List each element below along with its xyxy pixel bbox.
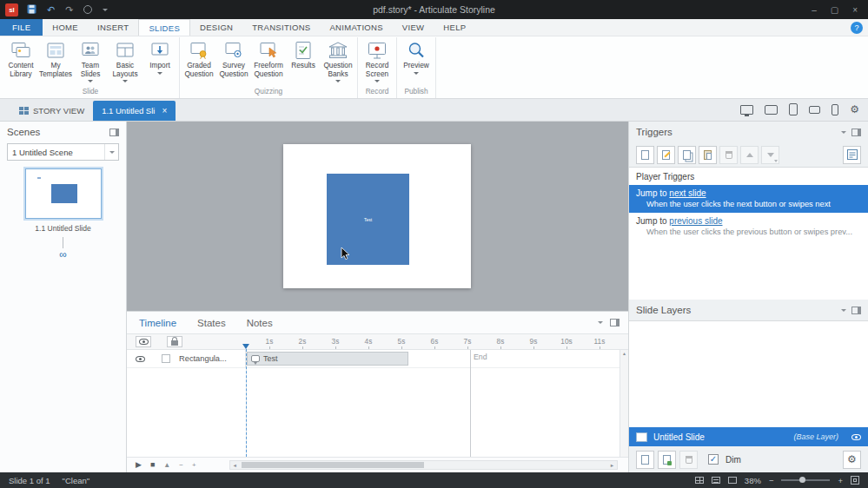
content-library-button[interactable]: Content Library	[3, 37, 38, 86]
import-button[interactable]: Import	[142, 37, 177, 86]
slide-thumbnail[interactable]	[25, 168, 102, 219]
slide-view-toggle-icon[interactable]	[712, 477, 720, 484]
new-layer-button[interactable]	[636, 451, 654, 469]
minimize-button[interactable]: –	[812, 5, 817, 15]
player-settings-gear-icon[interactable]: ⚙	[850, 104, 859, 115]
collapse-panel-icon[interactable]	[109, 129, 119, 136]
trigger-target-link[interactable]: next slide	[669, 188, 706, 198]
my-templates-button[interactable]: My Templates	[38, 37, 73, 86]
copy-trigger-button[interactable]	[678, 146, 696, 164]
scrollbar-thumb[interactable]	[242, 462, 424, 468]
new-trigger-button[interactable]	[636, 146, 654, 164]
collapse-panel-icon[interactable]	[610, 319, 620, 326]
paste-trigger-button[interactable]	[699, 146, 717, 164]
timeline-ruler[interactable]: 1s 2s 3s 4s 5s 6s 7s 8s 9s 10s 11s	[246, 334, 628, 349]
scene-selector-dropdown[interactable]: 1 Untitled Scene	[7, 143, 119, 161]
undo-icon[interactable]: ↶	[47, 5, 55, 15]
tablet-landscape-icon[interactable]	[765, 105, 778, 115]
scroll-left-icon[interactable]: ◄	[230, 463, 240, 468]
layer-visibility-eye-icon[interactable]	[851, 434, 861, 440]
tab-file[interactable]: FILE	[0, 19, 43, 36]
question-banks-button[interactable]: Question Banks	[321, 37, 355, 86]
tablet-portrait-icon[interactable]	[789, 103, 798, 115]
zoom-slider[interactable]	[781, 479, 830, 481]
object-lock-checkbox[interactable]	[162, 354, 170, 363]
dim-checkbox[interactable]: ✓	[708, 454, 719, 465]
tab-insert[interactable]: INSERT	[88, 19, 138, 36]
zoom-in-timeline-icon[interactable]: +	[192, 462, 196, 469]
object-name[interactable]: Rectangula...	[179, 350, 246, 367]
move-trigger-up-button[interactable]	[740, 146, 759, 164]
close-button[interactable]: ×	[852, 5, 858, 15]
results-button[interactable]: Results	[286, 37, 321, 86]
quick-access-caret-icon[interactable]	[103, 9, 108, 11]
story-view-tab[interactable]: STORY VIEW	[10, 101, 93, 121]
story-view-toggle-icon[interactable]	[695, 477, 704, 484]
collapse-rows-icon[interactable]: ▲	[163, 462, 170, 469]
play-button[interactable]: ▶	[136, 461, 142, 469]
stop-button[interactable]: ■	[150, 461, 155, 469]
trigger-item-next-slide[interactable]: Jump to next slide When the user clicks …	[629, 185, 868, 213]
survey-question-button[interactable]: Survey Question	[216, 37, 251, 86]
layer-properties-button[interactable]: ⚙	[843, 451, 861, 469]
desktop-preview-icon[interactable]	[740, 105, 753, 115]
rectangle-shape[interactable]: Test	[327, 174, 409, 265]
object-track[interactable]: Test	[246, 350, 628, 367]
delete-layer-button[interactable]	[679, 451, 698, 469]
team-slides-button[interactable]: Team Slides	[73, 37, 108, 86]
slide-stage[interactable]: Test	[283, 144, 471, 288]
timeline-horizontal-scrollbar[interactable]: ◄ ►	[229, 460, 618, 470]
scroll-up-icon[interactable]: ▲	[622, 351, 626, 356]
redo-icon[interactable]: ↷	[65, 5, 73, 15]
manage-project-variables-button[interactable]	[843, 146, 861, 164]
timeline-vertical-scrollbar[interactable]: ▲	[620, 350, 628, 457]
record-screen-button[interactable]: Record Screen	[360, 37, 394, 86]
tab-animations[interactable]: ANIMATIONS	[320, 19, 392, 36]
preview-button[interactable]: Preview	[399, 37, 434, 86]
maximize-button[interactable]: ▢	[831, 5, 838, 15]
tab-slides[interactable]: SLIDES	[138, 19, 190, 36]
scroll-right-icon[interactable]: ►	[607, 463, 617, 468]
help-icon[interactable]: ?	[851, 22, 863, 34]
collapse-panel-icon[interactable]	[851, 307, 861, 314]
show-hide-all-button[interactable]	[136, 336, 151, 347]
object-visibility-eye-icon[interactable]	[136, 356, 145, 362]
trigger-target-link[interactable]: previous slide	[669, 216, 722, 226]
tab-design[interactable]: DESIGN	[190, 19, 242, 36]
trigger-item-previous-slide[interactable]: Jump to previous slide When the user cli…	[629, 213, 868, 241]
zoom-out-icon[interactable]: −	[769, 476, 774, 485]
collapse-panel-icon[interactable]	[851, 129, 861, 136]
move-trigger-down-button[interactable]	[761, 146, 779, 164]
slide-canvas[interactable]: Test	[127, 122, 628, 311]
close-tab-icon[interactable]: ×	[162, 106, 167, 115]
tab-help[interactable]: HELP	[434, 19, 475, 36]
graded-question-button[interactable]: Graded Question	[182, 37, 216, 86]
save-icon[interactable]	[27, 2, 36, 17]
tab-transitions[interactable]: TRANSITIONS	[242, 19, 320, 36]
timeline-object-row[interactable]: Rectangula... Test	[127, 350, 628, 368]
object-duration-bar[interactable]: Test	[247, 352, 408, 366]
panel-menu-caret-icon[interactable]	[841, 309, 846, 312]
notes-tab[interactable]: Notes	[247, 318, 273, 328]
panel-menu-caret-icon[interactable]	[598, 321, 603, 324]
base-layer-row[interactable]: Untitled Slide (Base Layer)	[629, 427, 868, 446]
preview-quick-icon[interactable]	[83, 5, 92, 14]
tab-home[interactable]: HOME	[43, 19, 88, 36]
panel-menu-caret-icon[interactable]	[841, 131, 846, 134]
zoom-out-timeline-icon[interactable]: −	[179, 462, 183, 469]
preview-view-icon[interactable]	[728, 477, 737, 484]
timeline-tab[interactable]: Timeline	[139, 318, 176, 328]
phone-portrait-icon[interactable]	[832, 104, 838, 115]
tab-view[interactable]: VIEW	[393, 19, 434, 36]
duplicate-layer-button[interactable]	[658, 451, 676, 469]
states-tab[interactable]: States	[197, 318, 226, 328]
basic-layouts-button[interactable]: Basic Layouts	[108, 37, 142, 86]
zoom-slider-knob[interactable]	[799, 477, 805, 483]
lock-all-button[interactable]	[167, 336, 182, 347]
delete-trigger-button[interactable]	[719, 146, 738, 164]
edit-trigger-button[interactable]	[657, 146, 675, 164]
zoom-in-icon[interactable]: +	[838, 476, 843, 485]
phone-landscape-icon[interactable]	[809, 106, 820, 114]
fit-to-window-icon[interactable]	[851, 476, 859, 485]
freeform-question-button[interactable]: Freeform Question	[251, 37, 286, 86]
